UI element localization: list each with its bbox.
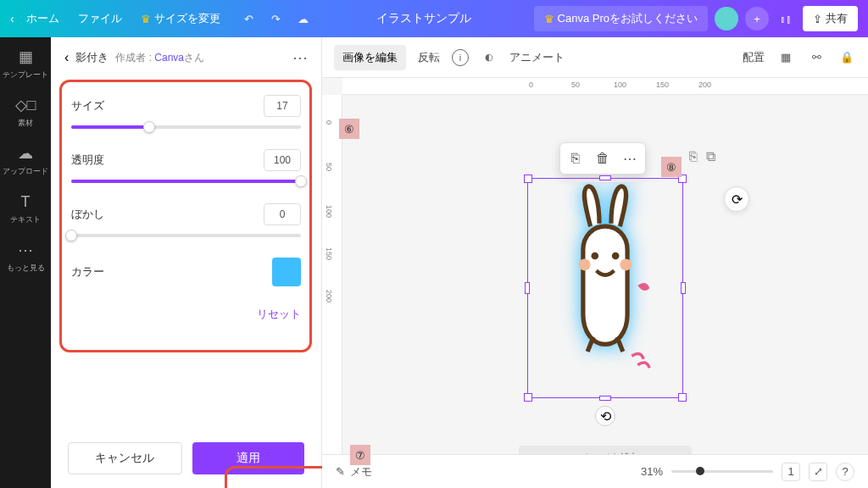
opacity-input[interactable] (264, 149, 301, 171)
callout-8: ⑧ (661, 157, 682, 177)
opacity-control: 透明度 (71, 149, 301, 183)
resize-handle[interactable] (599, 175, 611, 180)
svg-point-0 (591, 252, 598, 260)
resize-handle[interactable] (678, 393, 687, 402)
left-rail: ▦テンプレート ◇□素材 ☁アップロード Tテキスト ⋯もっと見る (0, 37, 51, 488)
ruler-horizontal: 050100150200 (342, 78, 868, 95)
blur-label: ぼかし (71, 207, 104, 222)
top-toolbar: ‹ ホーム ファイル ♛サイズを変更 ↶ ↷ ☁ イラストサンプル ♛Canva… (0, 0, 868, 37)
resize-handle[interactable] (599, 396, 611, 401)
edit-image-button[interactable]: 画像を編集 (334, 45, 406, 70)
trial-button[interactable]: ♛Canva Proをお試しください (534, 6, 708, 31)
rail-more[interactable]: ⋯もっと見る (7, 241, 45, 274)
color-label: カラー (71, 264, 104, 280)
rail-text[interactable]: Tテキスト (10, 192, 41, 225)
lock-icon[interactable]: 🔒 (837, 48, 856, 67)
reset-link[interactable]: リセット (51, 303, 321, 325)
cloud-save-icon[interactable]: ☁ (293, 8, 314, 29)
svg-point-1 (612, 252, 620, 260)
resize-handle[interactable] (524, 175, 532, 183)
more-icon: ⋯ (16, 241, 35, 259)
templates-icon: ▦ (16, 47, 35, 66)
flip-button[interactable]: 反転 (418, 50, 440, 65)
page-tools: ⎘ ⧉ (689, 149, 715, 164)
redo-icon[interactable]: ↷ (266, 8, 287, 29)
footer-bar: ✎メモ 31% 1 ⤢ ? (322, 454, 868, 488)
svg-point-2 (579, 258, 591, 270)
help-icon[interactable]: ? (836, 463, 854, 481)
link-icon[interactable]: ⚯ (807, 48, 826, 67)
floating-toolbar: ⎘ 🗑 ⋯ (559, 142, 646, 175)
callout-6: ⑥ (339, 119, 359, 139)
home-link[interactable]: ホーム (26, 11, 59, 26)
resize-button[interactable]: ♛サイズを変更 (141, 11, 220, 26)
resize-handle[interactable] (524, 393, 532, 402)
selected-element[interactable]: ⟲ (527, 178, 683, 398)
notes-icon: ✎ (336, 465, 345, 478)
avatar[interactable] (715, 7, 738, 30)
more-dots-icon[interactable]: ⋯ (620, 148, 640, 169)
blur-slider[interactable] (71, 234, 301, 237)
rail-elements[interactable]: ◇□素材 (16, 96, 35, 129)
panel-back-icon[interactable]: ‹ (64, 50, 69, 65)
elements-icon: ◇□ (16, 96, 35, 114)
opacity-label: 透明度 (71, 152, 104, 168)
rail-upload[interactable]: ☁アップロード (3, 144, 48, 177)
bunny-illustration (531, 182, 679, 389)
blur-input[interactable] (264, 203, 301, 225)
upload-icon: ⇪ (813, 13, 822, 25)
fullscreen-icon[interactable]: ⤢ (809, 463, 827, 481)
share-button[interactable]: ⇪共有 (803, 6, 858, 31)
page-duplicate-icon[interactable]: ⎘ (689, 149, 698, 164)
size-slider[interactable] (71, 125, 301, 129)
resize-handle[interactable] (525, 282, 530, 294)
size-control: サイズ (71, 95, 301, 129)
trash-icon[interactable]: 🗑 (593, 148, 613, 169)
transparency-icon[interactable]: ▦ (776, 48, 795, 67)
file-menu[interactable]: ファイル (78, 11, 122, 26)
svg-point-3 (620, 258, 632, 270)
color-control: カラー (71, 258, 301, 286)
apply-button[interactable]: 適用 (192, 442, 305, 474)
callout-7: ⑦ (350, 445, 370, 465)
color-swatch[interactable] (272, 258, 301, 286)
document-title[interactable]: イラストサンプル (320, 11, 527, 26)
refresh-icon[interactable]: ⟳ (724, 186, 749, 212)
crown-icon: ♛ (544, 13, 554, 25)
duplicate-icon[interactable]: ⎘ (565, 148, 586, 169)
panel-more-icon[interactable]: ⋯ (292, 48, 308, 67)
resize-handle[interactable] (681, 282, 686, 294)
text-icon: T (16, 192, 35, 211)
zoom-value[interactable]: 31% (641, 465, 663, 478)
add-member-icon[interactable]: + (745, 7, 769, 30)
canvas-area: 画像を編集 反転 i ◐ アニメート 配置 ▦ ⚯ 🔒 050100150200… (322, 37, 868, 488)
undo-icon[interactable]: ↶ (239, 8, 259, 29)
add-page-button[interactable]: ＋ページを追加 (519, 446, 692, 454)
info-icon[interactable]: i (452, 49, 469, 66)
page-copy-icon[interactable]: ⧉ (706, 149, 715, 164)
size-label: サイズ (71, 98, 104, 114)
zoom-slider[interactable] (671, 470, 773, 473)
page-indicator[interactable]: 1 (782, 463, 800, 481)
effects-panel: ‹ 影付き 作成者 : Canvaさん ⋯ サイズ 透明度 ぼかし カラー リ (51, 37, 322, 488)
credit-link[interactable]: Canva (154, 52, 184, 64)
cancel-button[interactable]: キャンセル (68, 442, 182, 474)
blur-control: ぼかし (71, 203, 301, 237)
position-button[interactable]: 配置 (743, 50, 765, 65)
upload-icon: ☁ (16, 144, 35, 163)
anim-icon[interactable]: ◐ (481, 49, 498, 66)
context-toolbar: 画像を編集 反転 i ◐ アニメート 配置 ▦ ⚯ 🔒 (322, 37, 868, 78)
rail-templates[interactable]: ▦テンプレート (3, 47, 48, 80)
panel-title: 影付き (75, 50, 108, 65)
canvas-body[interactable]: ⎘ 🗑 ⋯ ⎘ ⧉ ⟳ ⟲ (322, 95, 868, 454)
opacity-slider[interactable] (71, 180, 301, 183)
animate-button[interactable]: アニメート (509, 50, 565, 65)
rotate-handle[interactable]: ⟲ (595, 406, 615, 426)
notes-button[interactable]: ✎メモ (336, 464, 372, 480)
crown-icon: ♛ (141, 13, 151, 25)
insights-icon[interactable]: ⫾⫿ (776, 8, 796, 29)
back-icon[interactable]: ‹ (10, 12, 14, 25)
panel-credit: 作成者 : Canvaさん (115, 51, 204, 65)
size-input[interactable] (264, 95, 301, 117)
